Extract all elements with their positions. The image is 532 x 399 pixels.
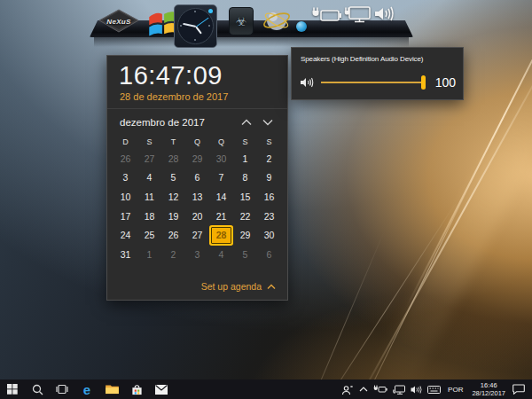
day-of-week-header: S (257, 137, 281, 146)
calendar-header: dezembro de 2017 (120, 115, 278, 129)
dock-item-blue-orb[interactable] (296, 21, 307, 32)
windows-start-icon (7, 384, 18, 395)
dock-item-display[interactable] (344, 5, 372, 23)
tray-time: 16:46 (472, 381, 505, 389)
tray-clock[interactable]: 16:46 28/12/2017 (467, 381, 510, 397)
calendar-day[interactable]: 6 (257, 245, 281, 264)
dock-item-recycle-bin[interactable]: ☣ (228, 5, 254, 36)
taskbar-item-edge[interactable]: e (74, 379, 99, 399)
tray-power-icon[interactable] (371, 379, 390, 399)
calendar-footer-link[interactable]: Set up agenda (201, 281, 276, 292)
calendar-day[interactable]: 29 (185, 149, 209, 168)
network-icon (393, 385, 405, 395)
people-icon (341, 384, 354, 395)
calendar-day[interactable]: 1 (137, 245, 161, 264)
calendar-day[interactable]: 2 (161, 245, 185, 264)
tray-network-icon[interactable] (390, 379, 408, 399)
calendar-day[interactable]: 28 (161, 149, 185, 168)
volume-device-name[interactable]: Speakers (High Definition Audio Device) (301, 55, 454, 63)
search-icon (32, 384, 43, 395)
calendar-day[interactable]: 4 (137, 168, 161, 188)
language-indicator[interactable]: POR (443, 386, 467, 394)
calendar-prev-button[interactable] (236, 115, 257, 129)
calendar-day[interactable]: 30 (209, 149, 233, 168)
recycle-bin-icon: ☣ (229, 7, 254, 35)
calendar-day[interactable]: 17 (113, 207, 137, 226)
calendar-day[interactable]: 18 (137, 207, 161, 226)
calendar-grid: 2627282930123456789101112131415161718192… (113, 149, 287, 264)
calendar-day[interactable]: 1 (233, 149, 257, 168)
calendar-day[interactable]: 21 (209, 207, 233, 226)
flyout-date[interactable]: 28 de dezembro de 2017 (120, 91, 287, 102)
action-center-icon (512, 384, 525, 395)
tray-overflow-button[interactable] (356, 379, 371, 399)
calendar-day[interactable]: 26 (161, 225, 185, 245)
calendar-day[interactable]: 29 (233, 225, 257, 245)
calendar-day[interactable]: 25 (137, 225, 161, 245)
keyboard-icon (427, 386, 441, 394)
taskbar-item-store[interactable] (124, 379, 149, 399)
tray-touch-keyboard-icon[interactable] (425, 379, 443, 399)
dock-item-volume[interactable] (373, 5, 396, 22)
day-of-week-header: S (137, 137, 161, 146)
calendar-month-label[interactable]: dezembro de 2017 (120, 117, 236, 128)
speaker-icon[interactable] (300, 76, 314, 89)
calendar-day[interactable]: 24 (113, 225, 137, 245)
chevron-up-icon (359, 387, 368, 392)
calendar-day[interactable]: 16 (257, 187, 281, 207)
clock-alarm-dot (208, 9, 213, 13)
calendar-day[interactable]: 19 (161, 207, 185, 226)
nexus-label: NeXuS (106, 18, 130, 26)
calendar-day[interactable]: 5 (233, 245, 257, 264)
calendar-day[interactable]: 3 (113, 168, 137, 188)
calendar-day[interactable]: 15 (233, 187, 257, 207)
taskbar-item-file-explorer[interactable] (99, 379, 124, 399)
calendar-day[interactable]: 9 (257, 168, 281, 188)
calendar-day[interactable]: 4 (209, 245, 233, 264)
calendar-day-selected[interactable]: 28 (211, 227, 231, 244)
tray-volume-icon[interactable] (408, 379, 425, 399)
calendar-day[interactable]: 2 (257, 149, 281, 168)
biohazard-glyph: ☣ (236, 15, 247, 27)
calendar-day[interactable]: 30 (257, 225, 281, 245)
calendar-day[interactable]: 3 (185, 245, 209, 264)
people-button[interactable] (339, 379, 356, 399)
dock-item-network-globe[interactable] (262, 6, 292, 35)
dock-item-nexus[interactable]: NeXuS (98, 9, 140, 34)
edge-icon: e (83, 383, 90, 396)
calendar-day[interactable]: 13 (185, 187, 209, 207)
task-view-icon (56, 384, 68, 395)
calendar-day[interactable]: 23 (257, 207, 281, 226)
calendar-day[interactable]: 26 (113, 149, 137, 168)
calendar-day[interactable]: 7 (209, 168, 233, 188)
volume-slider-thumb[interactable] (421, 75, 426, 90)
volume-slider[interactable] (321, 75, 426, 90)
calendar-day[interactable]: 12 (161, 187, 185, 207)
dock-item-clock[interactable] (174, 4, 217, 48)
search-button[interactable] (25, 379, 50, 399)
calendar-day[interactable]: 31 (113, 245, 137, 264)
day-of-week-header: Q (185, 137, 209, 146)
mail-icon (155, 385, 168, 395)
calendar-day[interactable]: 10 (113, 187, 137, 207)
start-button[interactable] (0, 379, 25, 399)
calendar-day[interactable]: 20 (185, 207, 209, 226)
calendar-day[interactable]: 6 (185, 168, 209, 188)
volume-slider-fill (321, 82, 426, 83)
calendar-day[interactable]: 14 (209, 187, 233, 207)
dock-item-power[interactable] (311, 6, 342, 22)
action-center-button[interactable] (510, 379, 532, 399)
calendar-day[interactable]: 5 (161, 168, 185, 188)
tray-date: 28/12/2017 (472, 389, 505, 397)
calendar-day[interactable]: 8 (233, 168, 257, 188)
task-view-button[interactable] (50, 379, 74, 399)
calendar-day[interactable]: 27 (185, 225, 209, 245)
calendar-day[interactable]: 22 (233, 207, 257, 226)
calendar-day[interactable]: 11 (137, 187, 161, 207)
calendar-day-headers: DSTQQSS (113, 137, 287, 146)
taskbar-item-mail[interactable] (149, 379, 174, 399)
calendar-day[interactable]: 27 (137, 149, 161, 168)
calendar-next-button[interactable] (257, 115, 278, 129)
power-plug-icon (311, 6, 342, 22)
system-tray: POR 16:46 28/12/2017 (339, 379, 532, 399)
